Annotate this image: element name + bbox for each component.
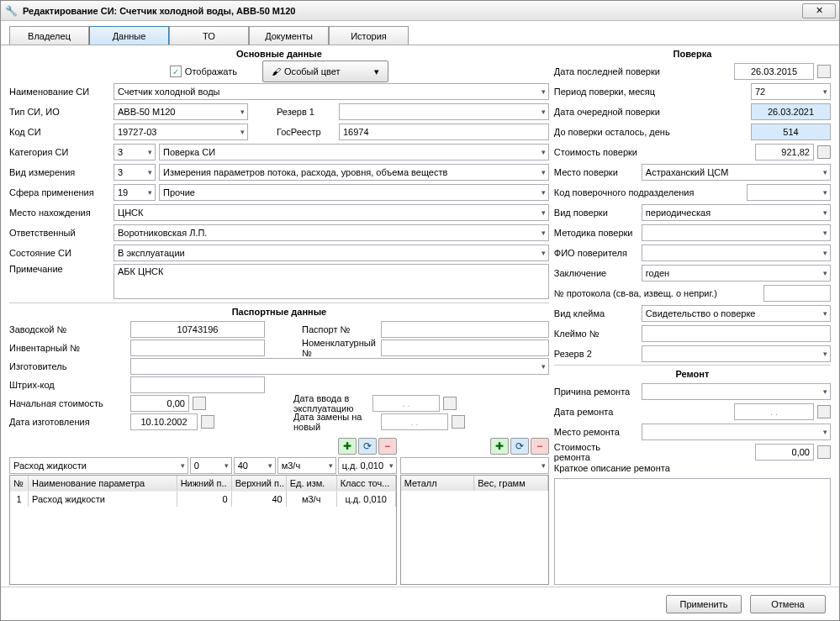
tab-docs[interactable]: Документы bbox=[249, 26, 329, 45]
filter-name-select[interactable]: Расход жидкости bbox=[9, 457, 188, 474]
initcost-input[interactable]: 0,00 bbox=[130, 395, 189, 412]
col-unit[interactable]: Ед. изм. bbox=[287, 476, 337, 491]
stampno-label: Клеймо № bbox=[554, 329, 638, 339]
tabs: Владелец Данные ТО Документы История bbox=[1, 21, 839, 45]
col-low[interactable]: Нижний п.. bbox=[177, 476, 232, 491]
rreason-select[interactable] bbox=[642, 383, 831, 400]
rcost-input[interactable]: 0,00 bbox=[755, 444, 814, 460]
filter-high-select[interactable]: 40 bbox=[234, 457, 276, 474]
meas-num-select[interactable]: 3 bbox=[114, 164, 156, 181]
last-picker[interactable] bbox=[817, 65, 831, 78]
initcost-spin[interactable] bbox=[193, 397, 206, 410]
date-made-picker[interactable] bbox=[201, 415, 214, 429]
category-label: Категория СИ bbox=[9, 147, 110, 157]
param-remove-button[interactable]: − bbox=[378, 438, 397, 455]
footer: Применить Отмена bbox=[1, 587, 839, 620]
display-checkbox[interactable]: ✓ bbox=[170, 66, 182, 77]
rdesc-textarea[interactable] bbox=[554, 478, 831, 585]
next-input: 26.03.2021 bbox=[751, 103, 831, 120]
stamp-label: Вид клейма bbox=[554, 308, 638, 318]
date-made-input[interactable]: 10.10.2002 bbox=[130, 413, 198, 430]
vcost-input[interactable]: 921,82 bbox=[755, 144, 814, 161]
tab-owner[interactable]: Владелец bbox=[9, 26, 89, 45]
col-high[interactable]: Верхний п.. bbox=[232, 476, 287, 491]
col-metal[interactable]: Металл bbox=[401, 476, 475, 491]
vtype-label: Вид поверки bbox=[554, 208, 638, 218]
type-select[interactable]: ABB-50 M120 bbox=[114, 103, 248, 120]
stampno-input[interactable] bbox=[642, 325, 831, 342]
scope-text-select[interactable]: Прочие bbox=[159, 184, 549, 201]
rdate-picker[interactable] bbox=[817, 405, 831, 418]
date-comm-picker[interactable] bbox=[443, 397, 457, 410]
last-input[interactable]: 26.03.2015 bbox=[734, 63, 814, 80]
rcost-spin[interactable] bbox=[817, 445, 831, 459]
date-repl-picker[interactable] bbox=[452, 415, 465, 429]
params-table: № Наименование параметра Нижний п.. Верх… bbox=[9, 475, 397, 585]
date-repl-input[interactable]: . . bbox=[381, 413, 448, 430]
metal-remove-button[interactable]: − bbox=[531, 438, 549, 455]
passport-input[interactable] bbox=[381, 321, 549, 338]
rdate-input[interactable]: . . bbox=[734, 403, 814, 420]
cancel-button[interactable]: Отмена bbox=[750, 595, 826, 613]
resp-label: Ответственный bbox=[9, 228, 110, 238]
proto-input[interactable] bbox=[763, 285, 831, 302]
scope-num-select[interactable]: 19 bbox=[114, 184, 156, 201]
barcode-input[interactable] bbox=[130, 376, 265, 393]
col-n[interactable]: № bbox=[10, 476, 29, 491]
reserve2-select[interactable] bbox=[642, 345, 831, 362]
concl-select[interactable]: годен bbox=[642, 265, 831, 282]
rplace-label: Место ремонта bbox=[554, 427, 638, 437]
date-comm-input[interactable]: . . bbox=[372, 395, 440, 412]
category-text-select[interactable]: Поверка СИ bbox=[159, 144, 549, 161]
location-select[interactable]: ЦНСК bbox=[114, 204, 549, 221]
category-num-select[interactable]: 3 bbox=[114, 144, 156, 161]
initcost-label: Начальная стоимость bbox=[9, 398, 127, 408]
gos-input[interactable]: 16974 bbox=[339, 124, 549, 140]
code-select[interactable]: 19727-03 bbox=[114, 124, 248, 140]
resp-select[interactable]: Воротниковская Л.П. bbox=[114, 224, 549, 241]
filter-low-select[interactable]: 0 bbox=[190, 457, 232, 474]
metal-refresh-button[interactable]: ⟳ bbox=[510, 438, 529, 455]
name-select[interactable]: Счетчик холодной воды bbox=[114, 83, 549, 100]
close-button[interactable]: ✕ bbox=[802, 3, 836, 18]
person-label: ФИО поверителя bbox=[554, 248, 638, 258]
person-select[interactable] bbox=[642, 245, 831, 261]
note-textarea[interactable]: АБК ЦНСК bbox=[114, 264, 549, 299]
method-select[interactable] bbox=[642, 224, 831, 241]
tab-history[interactable]: История bbox=[329, 26, 409, 45]
inv-input[interactable] bbox=[130, 339, 265, 356]
note-label: Примечание bbox=[9, 264, 110, 274]
nomen-input[interactable] bbox=[381, 339, 549, 356]
filter-class-select[interactable]: ц.д. 0,010 bbox=[338, 457, 397, 474]
period-select[interactable]: 72 bbox=[751, 83, 831, 100]
apply-button[interactable]: Применить bbox=[666, 595, 742, 613]
rplace-select[interactable] bbox=[642, 424, 831, 440]
filter-unit-select[interactable]: м3/ч bbox=[277, 457, 336, 474]
table-row[interactable]: 1 Расход жидкости 0 40 м3/ч ц.д. 0,010 bbox=[10, 491, 396, 507]
stamp-select[interactable]: Свидетельство о поверке bbox=[642, 305, 831, 322]
vtype-select[interactable]: периодическая bbox=[642, 204, 831, 221]
remain-input: 514 bbox=[751, 124, 831, 140]
manuf-select[interactable] bbox=[130, 358, 549, 375]
location-label: Место нахождения bbox=[9, 208, 110, 218]
factory-input[interactable]: 10743196 bbox=[130, 321, 265, 338]
col-weight[interactable]: Вес, грамм bbox=[474, 476, 548, 491]
state-select[interactable]: В эксплуатации bbox=[114, 245, 549, 261]
vplace-label: Место поверки bbox=[554, 167, 638, 177]
col-name[interactable]: Наименование параметра bbox=[29, 476, 177, 491]
vcost-spin[interactable] bbox=[817, 145, 831, 159]
dept-select[interactable] bbox=[747, 184, 831, 201]
special-color-button[interactable]: 🖌 Особый цвет ▾ bbox=[262, 61, 388, 82]
col-cls[interactable]: Класс точ... bbox=[337, 476, 396, 491]
tab-to[interactable]: ТО bbox=[169, 26, 249, 45]
manuf-label: Изготовитель bbox=[9, 361, 127, 371]
param-add-button[interactable]: ✚ bbox=[338, 438, 357, 455]
param-refresh-button[interactable]: ⟳ bbox=[358, 438, 377, 455]
meas-text-select[interactable]: Измерения параметров потока, расхода, ур… bbox=[159, 164, 549, 181]
rdate-label: Дата ремонта bbox=[554, 407, 638, 417]
metal-add-button[interactable]: ✚ bbox=[490, 438, 509, 455]
reserve1-select[interactable] bbox=[339, 103, 549, 120]
vplace-select[interactable]: Астраханский ЦСМ bbox=[642, 164, 831, 181]
tab-data[interactable]: Данные bbox=[89, 26, 169, 45]
metal-select[interactable] bbox=[400, 457, 549, 474]
